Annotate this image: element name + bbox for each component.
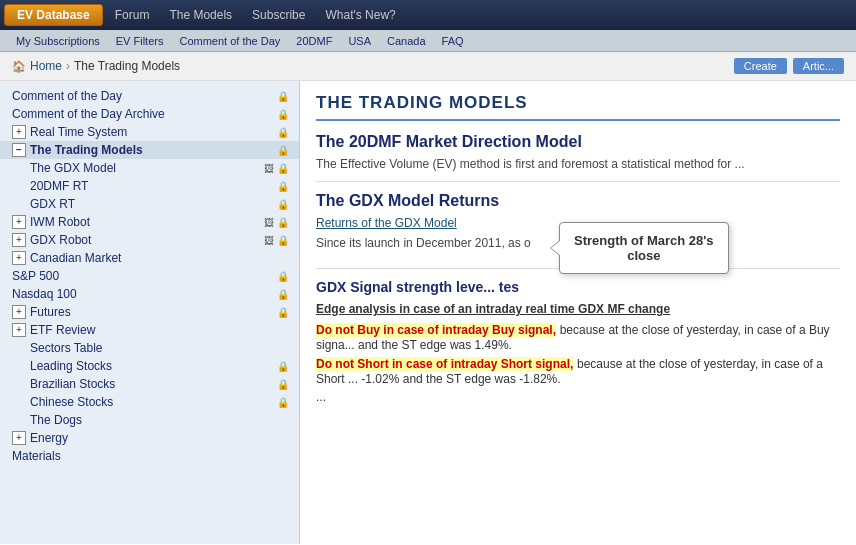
section-20dmf-title: The 20DMF Market Direction Model bbox=[316, 133, 840, 151]
section-signal-title: GDX Signal strength leve... tes bbox=[316, 279, 840, 295]
expand-icon[interactable]: + bbox=[12, 305, 26, 319]
sidebar-item-trading-models[interactable]: − The Trading Models 🔒 bbox=[0, 141, 299, 159]
section-gdx: The GDX Model Returns Returns of the GDX… bbox=[316, 192, 840, 258]
section-signal: GDX Signal strength leve... tes Edge ana… bbox=[316, 279, 840, 404]
home-icon: 🏠 bbox=[12, 60, 26, 73]
robot-icon: 🖼 bbox=[264, 217, 274, 228]
tooltip-tail bbox=[550, 240, 560, 256]
lock-icon: 🔒 bbox=[277, 361, 289, 372]
lock-icon: 🔒 bbox=[277, 91, 289, 102]
sidebar-item-leading-stocks[interactable]: Leading Stocks 🔒 bbox=[0, 357, 299, 375]
sidebar-item-nasdaq100[interactable]: Nasdaq 100 🔒 bbox=[0, 285, 299, 303]
sidebar-item-futures[interactable]: + Futures 🔒 bbox=[0, 303, 299, 321]
buy-signal-highlight: Do not Buy in case of intraday Buy signa… bbox=[316, 323, 556, 337]
nav-whats-new[interactable]: What's New? bbox=[315, 5, 405, 25]
page-title: THE TRADING MODELS bbox=[316, 93, 840, 121]
expand-icon[interactable]: + bbox=[12, 125, 26, 139]
sub-navigation: My Subscriptions EV Filters Comment of t… bbox=[0, 30, 856, 52]
sidebar-item-gdx-rt[interactable]: GDX RT 🔒 bbox=[0, 195, 299, 213]
signal-line-2: Do not Short in case of intraday Short s… bbox=[316, 356, 840, 386]
signal-line-1: Do not Buy in case of intraday Buy signa… bbox=[316, 322, 840, 352]
article-button[interactable]: Artic... bbox=[793, 58, 844, 74]
lock-icon: 🔒 bbox=[277, 307, 289, 318]
tooltip-tail-inner bbox=[551, 241, 560, 255]
breadcrumb-home[interactable]: Home bbox=[30, 59, 62, 73]
ellipsis-text: ... bbox=[316, 390, 840, 404]
edge-analysis-label: Edge analysis in case of an intraday rea… bbox=[316, 302, 670, 316]
sidebar-item-sectors-table[interactable]: Sectors Table bbox=[0, 339, 299, 357]
sidebar-item-materials[interactable]: Materials bbox=[0, 447, 299, 465]
image-icon: 🖼 bbox=[264, 163, 274, 174]
sidebar-item-energy[interactable]: + Energy bbox=[0, 429, 299, 447]
lock-icon: 🔒 bbox=[277, 217, 289, 228]
robot-icon: 🖼 bbox=[264, 235, 274, 246]
subnav-faq[interactable]: FAQ bbox=[434, 35, 472, 47]
lock-icon: 🔒 bbox=[277, 109, 289, 120]
lock-icon: 🔒 bbox=[277, 379, 289, 390]
subnav-comment-of-day[interactable]: Comment of the Day bbox=[171, 35, 288, 47]
top-navigation: EV Database Forum The Models Subscribe W… bbox=[0, 0, 856, 30]
breadcrumb: 🏠 Home › The Trading Models bbox=[12, 59, 180, 73]
sidebar-item-the-dogs[interactable]: The Dogs bbox=[0, 411, 299, 429]
create-button[interactable]: Create bbox=[734, 58, 787, 74]
breadcrumb-actions: Create Artic... bbox=[734, 58, 844, 74]
sidebar-item-etf-review[interactable]: + ETF Review bbox=[0, 321, 299, 339]
breadcrumb-current: The Trading Models bbox=[74, 59, 180, 73]
divider bbox=[316, 181, 840, 182]
main-layout: Comment of the Day 🔒 Comment of the Day … bbox=[0, 81, 856, 544]
nav-subscribe[interactable]: Subscribe bbox=[242, 5, 315, 25]
tooltip-bubble: Strength of March 28's close bbox=[559, 222, 729, 274]
expand-icon[interactable]: + bbox=[12, 251, 26, 265]
expand-icon[interactable]: + bbox=[12, 323, 26, 337]
subnav-usa[interactable]: USA bbox=[340, 35, 379, 47]
subnav-20dmf[interactable]: 20DMF bbox=[288, 35, 340, 47]
sidebar-item-iwm-robot[interactable]: + IWM Robot 🖼 🔒 bbox=[0, 213, 299, 231]
subnav-canada[interactable]: Canada bbox=[379, 35, 434, 47]
content-area: THE TRADING MODELS The 20DMF Market Dire… bbox=[300, 81, 856, 544]
sidebar-item-canadian-market[interactable]: + Canadian Market bbox=[0, 249, 299, 267]
breadcrumb-bar: 🏠 Home › The Trading Models Create Artic… bbox=[0, 52, 856, 81]
sidebar-item-brazilian-stocks[interactable]: Brazilian Stocks 🔒 bbox=[0, 375, 299, 393]
section-20dmf-text: The Effective Volume (EV) method is firs… bbox=[316, 157, 840, 171]
lock-icon: 🔒 bbox=[277, 145, 289, 156]
expand-icon[interactable]: + bbox=[12, 215, 26, 229]
lock-icon: 🔒 bbox=[277, 163, 289, 174]
sidebar-item-sp500[interactable]: S&P 500 🔒 bbox=[0, 267, 299, 285]
expand-icon[interactable]: + bbox=[12, 431, 26, 445]
lock-icon: 🔒 bbox=[277, 199, 289, 210]
lock-icon: 🔒 bbox=[277, 235, 289, 246]
sidebar-item-comment-archive[interactable]: Comment of the Day Archive 🔒 bbox=[0, 105, 299, 123]
lock-icon: 🔒 bbox=[277, 289, 289, 300]
section-gdx-text: Since its launch in December 2011, as o bbox=[316, 236, 531, 250]
sidebar-item-chinese-stocks[interactable]: Chinese Stocks 🔒 bbox=[0, 393, 299, 411]
sidebar-item-gdx-model[interactable]: The GDX Model 🖼 🔒 bbox=[0, 159, 299, 177]
short-signal-highlight: Do not Short in case of intraday Short s… bbox=[316, 357, 573, 371]
tooltip-text: Strength of March 28's close bbox=[574, 233, 714, 263]
nav-models[interactable]: The Models bbox=[159, 5, 242, 25]
lock-icon: 🔒 bbox=[277, 271, 289, 282]
expand-icon[interactable]: − bbox=[12, 143, 26, 157]
section-gdx-title: The GDX Model Returns bbox=[316, 192, 840, 210]
section-20dmf: The 20DMF Market Direction Model The Eff… bbox=[316, 133, 840, 171]
nav-ev-database[interactable]: EV Database bbox=[4, 4, 103, 26]
lock-icon: 🔒 bbox=[277, 127, 289, 138]
breadcrumb-separator: › bbox=[66, 59, 70, 73]
sidebar-item-gdx-robot[interactable]: + GDX Robot 🖼 🔒 bbox=[0, 231, 299, 249]
sidebar: Comment of the Day 🔒 Comment of the Day … bbox=[0, 81, 300, 544]
sidebar-item-comment-of-day[interactable]: Comment of the Day 🔒 bbox=[0, 87, 299, 105]
subnav-ev-filters[interactable]: EV Filters bbox=[108, 35, 172, 47]
nav-forum[interactable]: Forum bbox=[105, 5, 160, 25]
sidebar-item-real-time-system[interactable]: + Real Time System 🔒 bbox=[0, 123, 299, 141]
sidebar-item-20dmf-rt[interactable]: 20DMF RT 🔒 bbox=[0, 177, 299, 195]
subnav-my-subscriptions[interactable]: My Subscriptions bbox=[8, 35, 108, 47]
lock-icon: 🔒 bbox=[277, 397, 289, 408]
lock-icon: 🔒 bbox=[277, 181, 289, 192]
expand-icon[interactable]: + bbox=[12, 233, 26, 247]
